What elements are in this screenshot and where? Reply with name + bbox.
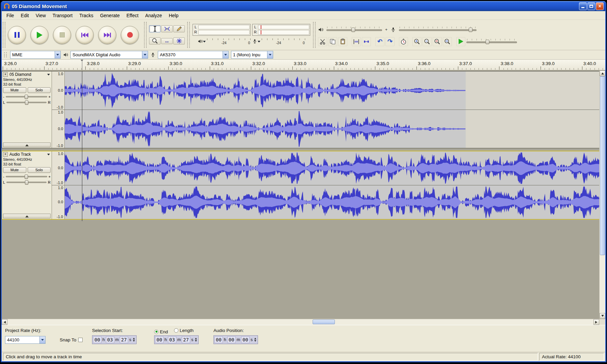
waveform-left-channel[interactable] [65,151,600,185]
undo-button[interactable]: ↶ [375,37,384,46]
cut-button[interactable] [318,37,327,46]
menu-tracks[interactable]: Tracks [76,12,96,19]
timer-button[interactable] [399,37,408,46]
ruler-tick-label: 3:40.0 [583,61,596,66]
pan-slider[interactable] [6,182,47,183]
draw-tool-button[interactable] [173,25,185,32]
spinner-arrows-icon[interactable] [194,337,198,343]
playback-meter-menu[interactable] [198,39,206,44]
slider-thumb[interactable] [25,180,28,185]
trim-button[interactable] [352,37,361,46]
playback-device-select[interactable]: SoundMAX Digital Audio [70,51,148,59]
toolbar-grip[interactable] [4,52,7,57]
menu-generate[interactable]: Generate [97,12,123,19]
horizontal-scroll-trough[interactable] [7,319,594,325]
horizontal-scroll-thumb[interactable] [313,320,335,324]
recording-device-select[interactable]: AK5370 [158,51,229,59]
skip-to-start-button[interactable] [76,26,94,44]
playback-speed-slider[interactable] [466,39,517,44]
toolbar-grip[interactable] [187,22,190,48]
toolbar-grip[interactable] [313,22,316,48]
solo-button[interactable]: Solo [28,87,51,93]
slider-thumb[interactable] [25,100,28,105]
menu-edit[interactable]: Edit [18,12,32,19]
menu-help[interactable]: Help [165,12,182,19]
minimize-button[interactable] [579,2,587,10]
pencil-icon [176,26,182,32]
paste-button[interactable] [338,37,347,46]
menu-analyze[interactable]: Analyze [142,12,166,19]
timeline-ruler[interactable]: 3:26.03:27.03:28.03:29.03:30.03:31.03:32… [2,60,605,70]
mute-button[interactable]: Mute [3,167,26,173]
slider-thumb[interactable] [351,28,355,32]
slider-thumb[interactable] [469,28,472,32]
waveform-right-channel[interactable] [65,110,600,148]
toolbar-grip[interactable] [144,22,147,48]
recording-meter[interactable]: L R [252,24,310,36]
play-button[interactable] [30,26,49,44]
zoom-out-button[interactable] [423,37,432,46]
selection-end-field[interactable]: 00h 03m 27s [154,335,199,344]
menu-file[interactable]: File [3,12,18,19]
close-button[interactable]: × [596,2,604,10]
toolbar-grip[interactable] [3,22,5,48]
radio-end[interactable]: End [154,329,168,334]
skip-to-end-button[interactable] [98,26,116,44]
gain-slider[interactable] [6,96,47,97]
scroll-left-button[interactable] [2,319,7,325]
slider-thumb[interactable] [25,175,28,179]
input-channels-select[interactable]: 1 (Mono) Inpu [231,51,273,59]
radio-length[interactable]: Length [174,328,194,333]
spinner-arrows-icon[interactable] [254,337,257,343]
recording-meter-menu[interactable] [252,39,260,44]
zoom-in-button[interactable] [412,37,422,46]
track-close-button[interactable]: × [3,152,8,157]
timeshift-tool-button[interactable]: ↔ [161,38,173,44]
zoom-tool-button[interactable] [149,37,161,44]
record-button[interactable] [121,26,139,44]
track-close-button[interactable]: × [3,72,8,77]
scroll-down-button[interactable] [600,313,605,319]
redo-button[interactable]: ↷ [385,37,395,46]
gain-slider[interactable] [6,176,47,177]
fit-selection-button[interactable] [433,37,442,46]
snap-to-checkbox[interactable] [78,338,83,342]
menu-effect[interactable]: Effect [123,12,142,19]
input-volume-slider[interactable] [399,27,476,32]
scroll-right-button[interactable] [594,319,599,325]
fit-project-button[interactable] [443,37,452,46]
pan-slider[interactable] [6,102,47,103]
selection-tool-button[interactable] [149,25,161,32]
track-collapse-button[interactable] [3,214,51,218]
spinner-arrows-icon[interactable] [132,337,136,343]
audio-host-select[interactable]: MME [10,51,61,59]
mute-button[interactable]: Mute [3,87,26,93]
menu-transport[interactable]: Transport [49,12,76,19]
waveform-right-channel[interactable] [65,185,600,219]
stop-button[interactable] [53,26,71,44]
scroll-up-button[interactable] [600,70,605,76]
track-title-menu[interactable]: Audio Track [9,152,51,157]
solo-button[interactable]: Solo [28,167,51,173]
vertical-scroll-thumb[interactable] [600,76,605,255]
horizontal-scrollbar[interactable] [2,319,605,325]
menu-view[interactable]: View [32,12,49,19]
selection-start-field[interactable]: 00h 03m 27s [92,335,137,344]
maximize-button[interactable] [587,2,595,10]
multi-tool-button[interactable] [173,37,185,44]
vertical-scrollbar[interactable] [599,70,605,319]
envelope-tool-button[interactable] [161,25,173,32]
waveform-left-channel[interactable] [65,71,600,110]
playback-meter[interactable]: L R [193,24,251,36]
project-rate-select[interactable]: 44100 [5,336,46,344]
slider-thumb[interactable] [25,95,28,99]
track-title-menu[interactable]: 05 Diamond [9,72,51,77]
copy-button[interactable] [328,37,337,46]
track-collapse-button[interactable] [3,143,51,147]
output-volume-slider[interactable] [326,27,382,32]
play-at-speed-button[interactable] [456,37,465,46]
audio-position-field[interactable]: 00h 00m 00s [213,335,258,344]
slider-thumb[interactable] [486,40,489,44]
pause-button[interactable] [8,26,26,44]
silence-button[interactable] [362,37,371,46]
